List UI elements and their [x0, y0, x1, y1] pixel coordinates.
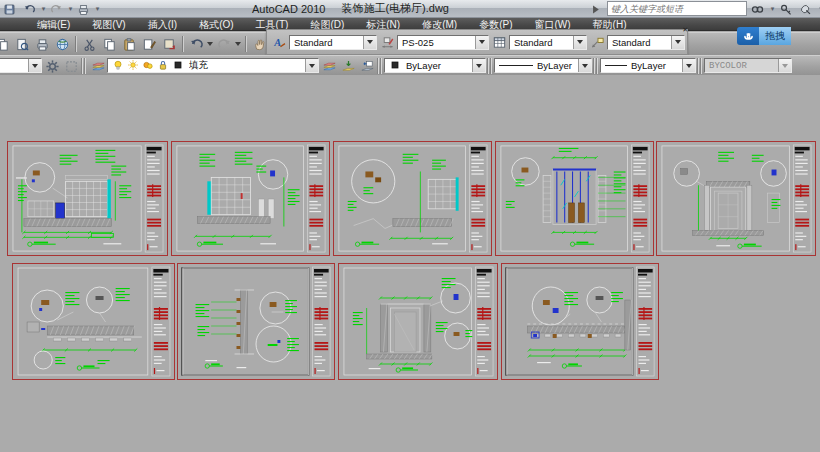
search-input[interactable] [607, 1, 747, 16]
drawing-sheet-1[interactable] [7, 141, 168, 256]
undo-dropdown-2[interactable] [206, 35, 214, 53]
lineweight-combo[interactable]: ByLayer [600, 58, 696, 73]
cut-button[interactable] [79, 34, 99, 54]
redo-button[interactable] [47, 1, 67, 16]
chevron-down-icon[interactable] [573, 36, 586, 49]
lineweight-sample [605, 65, 627, 66]
quick-access-toolbar: ▾ ▾ ▾ [0, 1, 101, 16]
open-button[interactable] [0, 34, 12, 54]
chevron-down-icon[interactable] [305, 59, 318, 72]
paste-button[interactable] [119, 34, 139, 54]
mleader-style-button[interactable] [587, 32, 607, 52]
redo-dropdown[interactable]: ▾ [67, 1, 74, 16]
search-dropdown[interactable]: ▾ [769, 1, 776, 16]
publish-button[interactable] [52, 34, 72, 54]
toolbar-grip[interactable] [697, 58, 703, 74]
lock-icon[interactable] [157, 59, 171, 73]
viewport-freeze-icon[interactable] [142, 59, 156, 73]
close-toolbar-icon[interactable]: ✕ [682, 26, 688, 34]
save-button[interactable] [0, 1, 20, 16]
linetype-combo[interactable]: ByLayer [494, 58, 592, 73]
plot-preview-button[interactable] [12, 34, 32, 54]
menu-item-insert[interactable]: 插入(I) [137, 18, 188, 31]
make-layer-current-button[interactable] [338, 56, 357, 75]
drawing-sheet-8[interactable] [338, 263, 498, 380]
dim-style-button[interactable] [377, 32, 397, 52]
layer-combo[interactable]: 填充 [107, 58, 319, 73]
expand-arrow-icon[interactable] [588, 2, 604, 16]
chevron-down-icon[interactable] [363, 36, 376, 49]
undo-button[interactable] [20, 1, 40, 16]
toolbar-grip[interactable] [593, 58, 599, 74]
dim-style-combo[interactable]: PS-025 [397, 35, 489, 50]
color-combo[interactable]: ByLayer [384, 58, 486, 73]
undo-dropdown[interactable]: ▾ [40, 1, 47, 16]
layer-color-swatch[interactable] [172, 59, 186, 73]
infocenter-badge[interactable]: 拖拽 [737, 27, 791, 45]
color-swatch-icon [389, 59, 403, 73]
text-style-value: Standard [294, 37, 361, 48]
drawing-sheet-5[interactable] [656, 141, 816, 256]
chevron-down-icon[interactable] [671, 36, 684, 49]
drawing-canvas[interactable] [0, 75, 820, 452]
toolbar-grip[interactable] [487, 58, 493, 74]
plot-button-2[interactable] [32, 34, 52, 54]
undo-button-2[interactable] [186, 34, 206, 54]
plot-preview-icon [15, 37, 29, 51]
workspace-save-button[interactable] [61, 56, 80, 75]
toolbar-grip[interactable] [377, 58, 383, 74]
layer-states-button[interactable] [319, 56, 338, 75]
globe-icon [55, 37, 69, 51]
text-style-combo[interactable]: Standard [289, 35, 377, 50]
drawing-sheet-6[interactable] [12, 263, 175, 380]
block-editor-button[interactable] [159, 34, 179, 54]
workspace-settings-button[interactable] [42, 56, 61, 75]
linetype-value: ByLayer [537, 60, 576, 71]
layer-previous-button[interactable] [357, 56, 376, 75]
drawing-sheet-7[interactable] [177, 263, 335, 380]
menu-item-edit[interactable]: 编辑(E) [26, 18, 81, 31]
chevron-down-icon[interactable] [472, 59, 485, 72]
plot-dropdown[interactable]: ▾ [94, 1, 101, 16]
redo-button-2[interactable] [214, 34, 234, 54]
drawing-sheet-3[interactable] [333, 141, 492, 256]
scissors-icon [82, 37, 96, 51]
chevron-down-icon[interactable] [28, 59, 41, 72]
brush-icon [142, 37, 156, 51]
communication-center-button[interactable] [798, 2, 814, 16]
pan-hand-icon [252, 37, 266, 51]
match-properties-button[interactable] [139, 34, 159, 54]
text-style-button[interactable]: A [269, 32, 289, 52]
communication-center-icon [799, 2, 813, 16]
table-style-combo[interactable]: Standard [509, 35, 587, 50]
mleader-style-combo[interactable]: Standard [607, 35, 685, 50]
plot-button[interactable] [74, 1, 94, 16]
redo-dropdown-2[interactable] [234, 35, 242, 53]
search-binoculars-icon [751, 2, 765, 16]
text-style-icon: A [272, 35, 286, 49]
chevron-down-icon[interactable] [682, 59, 695, 72]
layer-properties-button[interactable] [88, 56, 107, 75]
drawing-sheet-9[interactable] [501, 263, 659, 380]
sun-icon[interactable] [127, 59, 141, 73]
layer-stack-icon [91, 59, 105, 73]
chevron-down-icon[interactable] [475, 36, 488, 49]
subscription-button[interactable] [779, 2, 795, 16]
layers-properties-toolbar: 填充 ByLayer ByLayer ByLayer BYCOLOR [0, 55, 820, 76]
drawing-sheet-2[interactable] [171, 141, 330, 256]
search-button[interactable] [750, 2, 766, 16]
drawing-sheet-4[interactable] [495, 141, 654, 256]
table-style-button[interactable] [489, 32, 509, 52]
lightbulb-icon[interactable] [112, 59, 126, 73]
toolbar-grip[interactable] [81, 58, 87, 74]
current-layer-name: 填充 [189, 59, 303, 72]
layer-previous-icon [360, 59, 374, 73]
chevron-down-icon [778, 59, 791, 72]
copy-button[interactable] [99, 34, 119, 54]
menu-item-view[interactable]: 视图(V) [81, 18, 136, 31]
chevron-down-icon[interactable] [578, 59, 591, 72]
redo-icon [50, 2, 64, 16]
workspace-combo[interactable] [0, 58, 42, 73]
menu-item-format[interactable]: 格式(O) [188, 18, 244, 31]
table-style-icon [492, 35, 506, 49]
